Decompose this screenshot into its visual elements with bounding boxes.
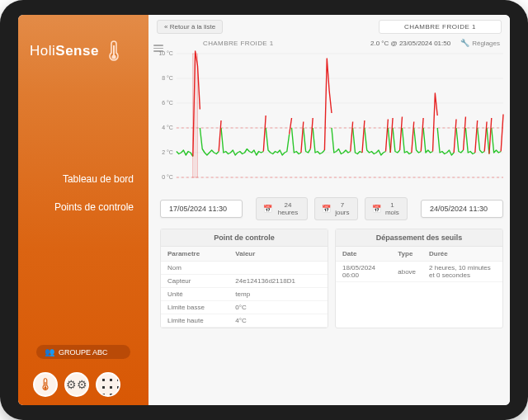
param-cell: Unité <box>161 288 229 301</box>
table-row: Nom <box>161 262 328 275</box>
value-cell: 24e124136d2118D1 <box>229 275 328 288</box>
svg-point-2 <box>44 387 46 389</box>
apps-icon[interactable] <box>96 372 120 397</box>
value-cell: 4°C <box>229 314 328 328</box>
range-7d-button[interactable]: 📅7 jours <box>314 197 358 220</box>
sidebar-item-dashboard[interactable]: Tableau de bord <box>28 170 139 188</box>
col-valeur: Valeur <box>229 247 328 262</box>
table-row: Limite basse0°C <box>161 301 328 314</box>
group-label: GROUPE ABC <box>59 348 108 356</box>
svg-point-0 <box>111 54 116 59</box>
brand: HoliSense <box>18 15 148 71</box>
param-cell: Nom <box>161 262 229 275</box>
end-date-input[interactable] <box>421 200 503 218</box>
param-cell: Limite basse <box>161 301 229 314</box>
brand-text: HoliSense <box>30 43 99 59</box>
svg-text:10 °C: 10 °C <box>158 50 172 56</box>
app-screen: HoliSense Tableau de bord Points de cont… <box>18 15 510 405</box>
group-icon: 👥 <box>45 347 54 356</box>
control-point-panel-title: Point de controle <box>161 229 328 247</box>
chart-title: CHAMBRE FROIDE 1 <box>203 40 274 47</box>
col-duree: Durée <box>422 247 502 262</box>
calendar-icon: 📅 <box>263 205 272 213</box>
settings-icon[interactable]: ⚙︎⚙︎ <box>64 372 89 397</box>
param-cell: Capteur <box>161 275 229 288</box>
location-title: CHAMBRE FROIDE 1 <box>379 20 502 34</box>
range-1m-button[interactable]: 📅1 mois <box>365 197 408 220</box>
main-content: « Retour à la liste CHAMBRE FROIDE 1 CHA… <box>148 15 510 405</box>
start-date-input[interactable] <box>160 200 243 218</box>
brand-part1: Holi <box>30 43 55 59</box>
svg-rect-1 <box>113 45 115 55</box>
date-cell: 18/05/2024 06:00 <box>336 262 391 282</box>
svg-text:0 °C: 0 °C <box>162 174 173 180</box>
date-range-controls: 📅24 heures 📅7 jours 📅1 mois <box>148 194 510 229</box>
sidebar: HoliSense Tableau de bord Points de cont… <box>18 15 148 405</box>
table-row: Capteur24e124136d2118D1 <box>161 275 328 288</box>
bottom-icons: ⚙︎⚙︎ <box>33 372 120 397</box>
chart-settings-button[interactable]: 🔧 Réglages <box>460 39 500 47</box>
dur-cell: 2 heures, 10 minutes et 0 secondes <box>422 262 502 282</box>
calendar-icon: 📅 <box>372 205 381 213</box>
sidebar-nav: Tableau de bord Points de controle <box>18 170 148 216</box>
back-button[interactable]: « Retour à la liste <box>157 20 223 34</box>
group-selector[interactable]: 👥 GROUPE ABC <box>36 345 130 359</box>
chart-settings-label: Réglages <box>472 40 500 47</box>
svg-text:8 °C: 8 °C <box>162 75 173 81</box>
value-cell: 0°C <box>229 301 328 314</box>
table-row: 18/05/2024 06:00above2 heures, 10 minute… <box>336 262 502 282</box>
param-cell: Limite haute <box>161 314 229 328</box>
control-point-panel: Point de controle Parametre Valeur NomCa… <box>160 229 328 328</box>
sensors-icon[interactable] <box>33 372 58 397</box>
col-parametre: Parametre <box>161 247 229 262</box>
control-point-table: Parametre Valeur NomCapteur24e124136d211… <box>161 247 328 328</box>
type-cell: above <box>391 262 422 282</box>
threshold-panel: Dépassement des seuils Date Type Durée 1… <box>335 229 503 328</box>
threshold-panel-title: Dépassement des seuils <box>336 229 502 247</box>
threshold-table: Date Type Durée 18/05/2024 06:00above2 h… <box>336 247 502 282</box>
topbar: « Retour à la liste CHAMBRE FROIDE 1 <box>148 15 510 37</box>
svg-text:6 °C: 6 °C <box>162 100 173 106</box>
range-24h-button[interactable]: 📅24 heures <box>256 197 308 220</box>
tablet-frame: HoliSense Tableau de bord Points de cont… <box>0 0 528 420</box>
brand-part2: Sense <box>55 43 99 59</box>
gear-icon: 🔧 <box>460 39 469 47</box>
col-type: Type <box>391 247 422 262</box>
svg-text:2 °C: 2 °C <box>162 149 173 155</box>
sidebar-item-control-points[interactable]: Points de controle <box>28 198 139 216</box>
value-cell: temp <box>229 288 328 301</box>
value-cell <box>229 262 328 275</box>
svg-text:4 °C: 4 °C <box>162 125 173 130</box>
table-row: Unitétemp <box>161 288 328 301</box>
thermometer-icon <box>106 40 122 63</box>
chart-header: CHAMBRE FROIDE 1 2.0 °C @ 23/05/2024 01:… <box>148 37 510 47</box>
current-reading: 2.0 °C @ 23/05/2024 01:50 <box>370 40 450 47</box>
table-row: Limite haute4°C <box>161 314 328 328</box>
panels-row: Point de controle Parametre Valeur NomCa… <box>148 229 510 335</box>
col-date: Date <box>336 247 391 262</box>
chart[interactable]: 0 °C2 °C4 °C6 °C8 °C10 °C <box>153 49 507 189</box>
calendar-icon: 📅 <box>322 205 331 213</box>
svg-rect-3 <box>45 382 45 387</box>
